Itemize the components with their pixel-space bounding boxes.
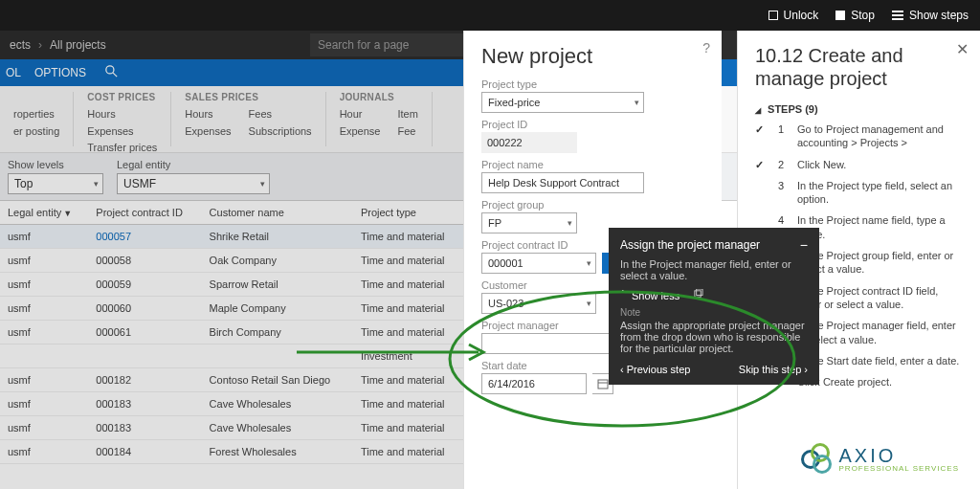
minimize-icon[interactable]: − — [800, 237, 808, 253]
stop-button[interactable]: Stop — [835, 9, 875, 22]
project-type-select[interactable]: Fixed-price ▾ — [481, 92, 644, 113]
cell-entity: usmf — [0, 392, 88, 416]
step-row[interactable]: 3In the Project type field, select an op… — [755, 179, 963, 207]
stop-label: Stop — [851, 9, 875, 22]
cell-type: Time and material — [353, 297, 463, 321]
menu-item[interactable]: Hours — [87, 106, 157, 123]
field-label: Project ID — [481, 119, 704, 130]
menu-item[interactable]: Subscriptions — [249, 123, 312, 141]
menu-item[interactable]: er posting — [13, 123, 59, 141]
legal-entity-select[interactable]: USMF ▾ — [117, 173, 270, 194]
table-row[interactable]: usmf000184Forest WholesalesTime and mate… — [0, 440, 463, 464]
start-date-input[interactable]: 6/14/2016 — [481, 373, 587, 394]
menu-col-journals: JOURNALS Hour Expense Item Fee — [326, 92, 433, 146]
panel-title: New project — [481, 44, 704, 69]
menu-item[interactable]: Hours — [185, 106, 231, 123]
menu-item[interactable]: Hour — [340, 106, 381, 123]
menu-item[interactable]: Expenses — [185, 123, 231, 141]
project-group-select[interactable]: FP ▾ — [481, 212, 577, 233]
top-toolbar: Unlock Stop Show steps — [0, 0, 980, 31]
projects-table: Legal entity▼ Project contract ID Custom… — [0, 201, 463, 464]
field-value: 000001 — [488, 257, 523, 269]
project-name-input[interactable]: Help Desk Support Contract — [481, 172, 644, 193]
copy-icon[interactable] — [693, 289, 703, 301]
step-row[interactable]: ✓1Go to Project management and accountin… — [755, 122, 963, 150]
table-row[interactable]: usmf000059Sparrow RetailTime and materia… — [0, 273, 463, 297]
table-row[interactable]: usmf000057Shrike RetailTime and material — [0, 225, 463, 249]
menu-item[interactable]: roperties — [13, 106, 59, 123]
show-steps-button[interactable]: Show steps — [892, 9, 969, 22]
table-row[interactable]: usmf000058Oak CompanyTime and material — [0, 249, 463, 273]
unlock-label: Unlock — [784, 9, 819, 22]
note-label: Note — [620, 307, 808, 318]
skip-step-button[interactable]: Skip this step › — [739, 364, 808, 375]
cell-contract: 000058 — [88, 249, 201, 273]
ribbon-tab-options[interactable]: OPTIONS — [34, 66, 86, 79]
table-header-row: Legal entity▼ Project contract ID Custom… — [0, 201, 463, 225]
table-row[interactable]: usmf000061Birch CompanyTime and material — [0, 321, 463, 345]
step-text: In the Project type field, select an opt… — [797, 179, 963, 207]
table-row[interactable]: usmf000182Contoso Retail San DiegoTime a… — [0, 368, 463, 392]
unlock-icon — [768, 11, 778, 20]
customer-select[interactable]: US-023 ▾ — [481, 293, 596, 314]
menu-item[interactable]: Item — [397, 106, 417, 123]
breadcrumb-item[interactable]: All projects — [50, 38, 106, 52]
field-value: Help Desk Support Contract — [488, 177, 619, 189]
note-text: Assign the appropriate project manager f… — [620, 320, 808, 354]
project-contract-id-select[interactable]: 000001 ▾ — [481, 253, 596, 274]
chevron-down-icon: ▾ — [635, 98, 639, 107]
cell-customer: Oak Company — [202, 249, 353, 273]
table-row[interactable]: usmf000183Cave WholesalesTime and materi… — [0, 392, 463, 416]
table-header[interactable]: Legal entity▼ — [0, 201, 88, 225]
step-text: Click Create project. — [797, 375, 963, 389]
popup-message: In the Project manager field, enter or s… — [620, 258, 808, 281]
stop-icon — [835, 11, 845, 20]
check-icon: ✓ — [755, 158, 768, 171]
table-row[interactable]: usmf000060Maple CompanyTime and material — [0, 297, 463, 321]
breadcrumb-item[interactable]: ects — [10, 38, 31, 52]
cell-entity: usmf — [0, 416, 88, 440]
search-input[interactable]: Search for a page — [310, 33, 463, 56]
menu-item[interactable]: Expense — [340, 123, 381, 141]
menu-col-title — [13, 92, 59, 102]
logo-subtext: PROFESSIONAL SERVICES — [839, 465, 959, 473]
step-row[interactable]: ✓2Click New. — [755, 158, 963, 171]
cell-customer — [202, 345, 353, 368]
cell-customer: Cave Wholesales — [202, 416, 353, 440]
menu-item[interactable]: Expenses — [87, 123, 157, 141]
chevron-down-icon: ▾ — [587, 299, 591, 308]
ribbon-tab[interactable]: OL — [6, 66, 21, 79]
cell-customer: Maple Company — [202, 297, 353, 321]
menu-item[interactable]: Transfer prices — [87, 140, 157, 157]
menu-item[interactable]: Fees — [249, 106, 312, 123]
cell-entity — [0, 345, 88, 368]
table-header[interactable]: Customer name — [202, 201, 353, 225]
field-label: Project group — [481, 199, 704, 211]
previous-step-button[interactable]: ‹ Previous step — [620, 364, 690, 375]
cell-type: Time and material — [353, 416, 463, 440]
table-row[interactable]: Investment — [0, 345, 463, 368]
show-less-toggle[interactable]: ˄ Show less — [620, 289, 808, 301]
filter-label: Show levels — [8, 159, 103, 170]
close-icon[interactable]: ✕ — [956, 40, 969, 58]
menu-item[interactable]: Fee — [397, 123, 417, 141]
field-label: Project name — [481, 159, 704, 170]
show-levels-select[interactable]: Top ▾ — [8, 173, 103, 194]
cell-contract — [88, 345, 201, 368]
cell-contract: 000183 — [88, 416, 201, 440]
chevron-up-icon: ˄ — [620, 289, 626, 301]
table-row[interactable]: usmf000183Cave WholesalesTime and materi… — [0, 416, 463, 440]
help-icon[interactable]: ? — [702, 40, 710, 56]
search-icon[interactable] — [105, 65, 118, 80]
table-header[interactable]: Project contract ID — [88, 201, 201, 225]
steps-header[interactable]: ◢ STEPS (9) — [755, 103, 963, 115]
cell-type: Time and material — [353, 273, 463, 297]
svg-point-0 — [106, 66, 114, 74]
filter-show-levels: Show levels Top ▾ — [8, 159, 103, 194]
cell-customer: Birch Company — [202, 321, 353, 345]
unlock-button[interactable]: Unlock — [768, 9, 819, 22]
step-text: In the Project name field, type a value. — [797, 213, 963, 241]
cell-entity: usmf — [0, 368, 88, 392]
svg-rect-4 — [695, 291, 701, 297]
table-header[interactable]: Project type — [353, 201, 463, 225]
